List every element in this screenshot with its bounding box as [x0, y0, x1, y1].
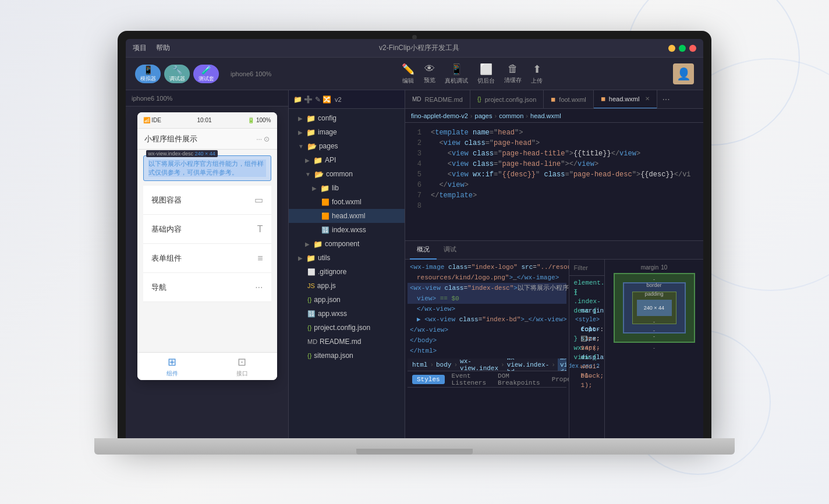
menu-help[interactable]: 帮助	[156, 43, 170, 53]
path-wx-view-index[interactable]: wx-view.index	[460, 359, 498, 371]
breadcrumb: fino-applet-demo-v2 › pages › common › h…	[405, 109, 703, 123]
menu-item-basic-content[interactable]: 基础内容 T	[143, 215, 271, 244]
line-num-6: 6	[405, 180, 421, 190]
styles-filter-input[interactable]	[574, 264, 604, 271]
styles-tab-dom-breakpoints[interactable]: DOM Breakpoints	[493, 371, 545, 388]
dt-line-view-close2[interactable]: </wx-view>	[408, 325, 566, 335]
user-avatar[interactable]: 👤	[673, 63, 694, 84]
minimize-button[interactable]	[668, 45, 675, 52]
menu-item-nav[interactable]: 导航 ···	[143, 273, 271, 302]
tab-component[interactable]: ⊞ 组件	[166, 356, 178, 378]
dt-line-body[interactable]: </body>	[408, 335, 566, 346]
dt-line-index-bd[interactable]: ▶ <wx-view class="index-bd">_</wx-view>	[408, 314, 566, 325]
breadcrumb-common[interactable]: common	[499, 112, 523, 119]
tree-item-app-js[interactable]: JS app.js	[289, 279, 405, 293]
style-font-size: font-size: 14px;	[574, 325, 600, 334]
action-preview[interactable]: 👁 预览	[424, 63, 435, 84]
tree-item-readme[interactable]: MD README.md	[289, 335, 405, 349]
styles-tab-event-listeners[interactable]: Event Listeners	[447, 371, 491, 388]
tree-item-foot-wxml[interactable]: 🟧 foot.wxml	[289, 195, 405, 209]
action-upload[interactable]: ⬆ 上传	[531, 63, 543, 85]
tree-item-index-wxss[interactable]: 🔢 index.wxss	[289, 223, 405, 237]
tab-foot-wxml[interactable]: ◼ foot.wxml	[544, 90, 593, 109]
testkit-button[interactable]: 🧪 测试套	[193, 65, 219, 83]
app-titlebar: 项目 帮助 v2-FinClip小程序开发工具	[126, 39, 703, 58]
chevron-right-icon: ▶	[305, 157, 310, 164]
tree-item-image[interactable]: ▶ 📁 image	[289, 125, 405, 139]
tree-item-lib[interactable]: ▶ 📁 lib	[289, 181, 405, 195]
laptop-screen: 项目 帮助 v2-FinClip小程序开发工具 📱 模拟器	[126, 39, 703, 438]
tree-item-api-label: API	[325, 156, 336, 164]
html-tree[interactable]: <wx-image class="index-logo" src="../res…	[405, 260, 569, 438]
menu-item-view-container[interactable]: 视图容器 ▭	[143, 186, 271, 215]
tree-item-app-wxss[interactable]: 🔢 app.wxss	[289, 307, 405, 321]
border-dash: -	[653, 328, 655, 333]
breadcrumb-pages[interactable]: pages	[475, 112, 493, 119]
debugger-button[interactable]: 🔧 调试器	[164, 65, 190, 83]
folder-open-icon: 📂	[307, 142, 317, 151]
style-element: element.style {	[574, 278, 600, 288]
menu-project[interactable]: 项目	[133, 43, 147, 53]
tab-readme[interactable]: MD README.md	[405, 90, 470, 109]
tree-item-head-wxml[interactable]: 🟧 head.wxml	[289, 209, 405, 223]
action-clear-cache[interactable]: 🗑 清缓存	[504, 63, 522, 84]
tree-item-common[interactable]: ▼ 📂 common	[289, 167, 405, 181]
file-panel-header: 📁 ➕ ✎ 🔀 v2	[289, 90, 405, 109]
breadcrumb-file[interactable]: head.wxml	[530, 112, 561, 119]
tree-item-gitignore[interactable]: ⬜ .gitignore	[289, 265, 405, 279]
tree-item-app-json[interactable]: {} app.json	[289, 293, 405, 307]
path-html[interactable]: html	[412, 361, 427, 368]
action-edit[interactable]: ✏️ 编辑	[402, 63, 414, 85]
tab-head-wxml[interactable]: ◼ head.wxml ✕	[594, 90, 658, 109]
devtools-tab-debug[interactable]: 调试	[437, 241, 463, 260]
style-element-close: }	[574, 288, 600, 297]
code-content[interactable]: <template name="head"> <view class="page…	[426, 123, 703, 240]
tab-project-config[interactable]: {} project.config.json	[470, 90, 544, 109]
phone-title-actions[interactable]: ··· ⊙	[256, 135, 270, 143]
clear-cache-label: 清缓存	[504, 76, 522, 84]
js-file-icon: JS	[307, 282, 315, 289]
dt-line-view-close[interactable]: </wx-view>	[408, 304, 566, 314]
maximize-button[interactable]	[679, 45, 686, 52]
dt-line-desc[interactable]: <wx-view class="index-desc">以下将展示小程序官方组件…	[408, 283, 566, 293]
dt-line-image[interactable]: <wx-image class="index-logo" src="../res…	[408, 262, 566, 272]
tree-item-pages[interactable]: ▼ 📂 pages	[289, 139, 405, 153]
tree-item-config[interactable]: ▶ 📁 config	[289, 111, 405, 125]
chevron-right-icon: ▶	[298, 115, 303, 122]
line-num-8: 8	[405, 201, 421, 211]
tab-more-button[interactable]: ···	[657, 94, 674, 105]
path-body[interactable]: body	[436, 361, 451, 368]
devtools-tab-overview[interactable]: 概况	[410, 241, 437, 260]
tree-item-component[interactable]: ▶ 📁 component	[289, 237, 405, 251]
tree-item-sitemap[interactable]: {} sitemap.json	[289, 349, 405, 363]
styles-tab-properties[interactable]: Properties	[547, 375, 569, 384]
tree-item-api[interactable]: ▶ 📁 API	[289, 153, 405, 167]
styles-tab-styles[interactable]: Styles	[412, 375, 445, 384]
dt-line-desc-cont[interactable]: view> == $0	[408, 293, 566, 304]
folder-icon: 📁	[306, 128, 316, 137]
tab-close-icon[interactable]: ✕	[645, 95, 650, 102]
status-time: 10:01	[197, 117, 212, 123]
tree-item-project-config[interactable]: {} project.config.json	[289, 321, 405, 335]
action-device-debug[interactable]: 📱 真机调试	[445, 63, 468, 85]
path-wx-view-index-hd[interactable]: wx-view.index-hd	[507, 359, 550, 371]
wxss-file-icon: 🔢	[307, 310, 316, 318]
phone-shell: 📶 IDE 10:01 🔋 100% 小程序组件展示 ··· ⊙	[137, 112, 277, 380]
menu-item-label-basic-content: 基础内容	[151, 224, 182, 235]
padding-label: padding	[644, 291, 663, 297]
menu-item-form-component[interactable]: 表单组件 ≡	[143, 244, 271, 273]
path-wx-view-index-desc[interactable]: wx-view.index-desc	[558, 359, 566, 371]
menu-item-icon-view-container: ▭	[254, 194, 263, 205]
styles-content[interactable]: element.style { } .index-desc { <style>	[569, 276, 604, 438]
breadcrumb-root[interactable]: fino-applet-demo-v2	[411, 112, 468, 119]
tree-item-head-wxml-label: head.wxml	[332, 212, 365, 220]
close-button[interactable]	[689, 45, 696, 52]
code-line-1: <template name="head">	[431, 127, 699, 138]
action-background[interactable]: ⬜ 切后台	[477, 63, 495, 85]
simulator-button[interactable]: 📱 模拟器	[135, 65, 161, 83]
tree-item-app-wxss-label: app.wxss	[318, 310, 347, 318]
dt-line-image-cont[interactable]: resources/kind/logo.png">_</wx-image>	[408, 272, 566, 283]
tab-interface[interactable]: ⊡ 接口	[236, 356, 248, 378]
tree-item-utils[interactable]: ▶ 📁 utils	[289, 251, 405, 265]
dt-line-html[interactable]: </html>	[408, 346, 566, 356]
